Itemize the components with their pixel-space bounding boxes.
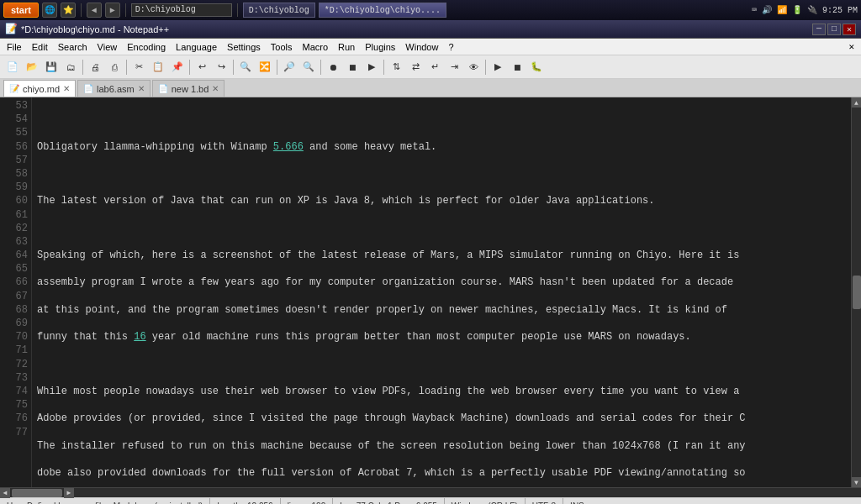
status-mode: INS (563, 498, 591, 504)
tb-sep-2 (126, 60, 127, 75)
save-all-button[interactable]: 🗂 (61, 58, 80, 76)
status-file-type: User Defined language file - Markdown (p… (0, 498, 210, 504)
view-all-button[interactable]: 👁 (464, 58, 483, 76)
macro-rec-button[interactable]: ⏺ (324, 58, 342, 76)
zoom-in-button[interactable]: 🔎 (280, 58, 298, 76)
tb-sep-1 (82, 60, 83, 75)
tabbar: 📝 chiyo.md ✕ 📄 lab6.asm ✕ 📄 new 1.bd ✕ (0, 79, 861, 97)
address-bar: D:\chiyoblog (131, 3, 232, 17)
sync-h-button[interactable]: ⇄ (406, 58, 425, 76)
tb-sep-8 (485, 60, 486, 75)
menu-language[interactable]: Language (171, 39, 222, 55)
status-encoding: UTF-8 (526, 498, 563, 504)
tab-lab6-close[interactable]: ✕ (138, 84, 145, 93)
save-button[interactable]: 💾 (42, 58, 61, 76)
scroll-up-arrow[interactable]: ▲ (852, 97, 862, 108)
menu-help[interactable]: ? (443, 39, 458, 55)
vertical-scrollbar[interactable]: ▲ ▼ (851, 97, 861, 487)
menu-edit[interactable]: Edit (27, 39, 53, 55)
restore-button[interactable]: □ (827, 24, 841, 35)
line-60: at this point, and the program sometimes… (37, 303, 846, 317)
tab-new1-close[interactable]: ✕ (212, 84, 219, 93)
taskbar-tab-explorer[interactable]: D:\chiyoblog (243, 3, 315, 18)
status-lines: lines : 122 (281, 498, 334, 504)
line-numbers: 53 54 55 56 57 58 59 60 61 62 63 64 65 6… (0, 97, 32, 487)
find-replace-button[interactable]: 🔀 (256, 58, 274, 76)
menu-encoding[interactable]: Encoding (122, 39, 171, 55)
redo-button[interactable]: ↪ (212, 58, 230, 76)
forward-icon[interactable]: ▶ (105, 3, 120, 18)
print-button[interactable]: 🖨 (86, 58, 104, 76)
find-button[interactable]: 🔍 (236, 58, 255, 76)
tb-sep-4 (233, 60, 234, 75)
menu-run[interactable]: Run (333, 39, 360, 55)
link-16[interactable]: 16 (134, 331, 145, 343)
editor-content[interactable]: Obligatory llamma-whipping with Winamp 5… (32, 97, 851, 487)
macro-play-button[interactable]: ▶ (362, 58, 381, 76)
menu-view[interactable]: View (92, 39, 123, 55)
minimize-button[interactable]: ─ (812, 24, 826, 35)
tab-chiyo-close[interactable]: ✕ (63, 84, 70, 93)
link-5666[interactable]: 5.666 (273, 141, 304, 153)
line-54: Obligatory llamma-whipping with Winamp 5… (37, 140, 846, 154)
tab-lab6[interactable]: 📄 lab6.asm ✕ (77, 80, 151, 97)
stop-run-button[interactable]: ⏹ (508, 58, 526, 76)
line-66: dobe also provided downloads for the ful… (37, 466, 846, 480)
toolbar: 📄 📂 💾 🗂 🖨 ⎙ ✂ 📋 📌 ↩ ↪ 🔍 🔀 🔎 🔍 ⏺ ⏹ ▶ ⇅ ⇄ … (0, 55, 861, 79)
open-button[interactable]: 📂 (23, 58, 41, 76)
menu-search[interactable]: Search (53, 39, 92, 55)
new-button[interactable]: 📄 (3, 58, 22, 76)
word-wrap-button[interactable]: ↵ (425, 58, 444, 76)
tab-new1-label: new 1.bd (172, 84, 209, 94)
menu-settings[interactable]: Settings (222, 39, 266, 55)
line-55 (37, 167, 846, 181)
tab-lab6-icon: 📄 (83, 84, 93, 93)
sys-tray-icons: ⌨ 🔊 📶 🔋 🔌 (752, 5, 817, 15)
menu-macro[interactable]: Macro (297, 39, 333, 55)
horizontal-scrollbar[interactable]: ◀ ▶ (0, 487, 861, 497)
taskbar-right: ⌨ 🔊 📶 🔋 🔌 9:25 PM (752, 5, 858, 15)
line-59: assembly program I wrote a few years ago… (37, 276, 846, 289)
indent-button[interactable]: ⇥ (445, 58, 463, 76)
tab-chiyo[interactable]: 📝 chiyo.md ✕ (3, 80, 76, 97)
paste-button[interactable]: 📌 (168, 58, 187, 76)
undo-button[interactable]: ↩ (193, 58, 211, 76)
zoom-out-button[interactable]: 🔍 (299, 58, 318, 76)
close-button[interactable]: ✕ (843, 24, 856, 35)
taskbar-icon-1: 🌐 (42, 3, 57, 18)
titlebar: 📝 *D:\chiyoblog\chiyo.md - Notepad++ ─ □… (0, 20, 861, 39)
editor-container: 53 54 55 56 57 58 59 60 61 62 63 64 65 6… (0, 97, 861, 487)
copy-button[interactable]: 📋 (149, 58, 167, 76)
status-length: length : 12,256 (210, 498, 280, 504)
scroll-down-arrow[interactable]: ▼ (852, 477, 862, 487)
tab-new1[interactable]: 📄 new 1.bd ✕ (152, 80, 225, 97)
line-61: funny that this 16 year old machine runs… (37, 330, 846, 344)
scroll-right-arrow[interactable]: ▶ (64, 488, 74, 498)
macro-stop-button[interactable]: ⏹ (343, 58, 362, 76)
debug-button[interactable]: 🐛 (527, 58, 546, 76)
back-icon[interactable]: ◀ (87, 3, 102, 18)
run-button[interactable]: ▶ (489, 58, 507, 76)
tab-chiyo-icon: 📝 (9, 84, 19, 93)
start-button[interactable]: start (3, 3, 39, 18)
scroll-thumb-h[interactable] (12, 489, 62, 497)
scroll-left-arrow[interactable]: ◀ (0, 488, 10, 498)
tb-sep-6 (320, 60, 321, 75)
line-58: Speaking of which, here is a screenshot … (37, 249, 846, 262)
tab-chiyo-label: chiyo.md (23, 84, 60, 94)
scroll-thumb-v[interactable] (853, 276, 861, 309)
menu-file[interactable]: File (2, 39, 27, 55)
app-icon: 📝 (5, 23, 18, 35)
menu-close-x[interactable]: ✕ (843, 39, 859, 54)
tab-new1-icon: 📄 (158, 84, 168, 93)
menubar: File Edit Search View Encoding Language … (0, 39, 861, 55)
title-text: *D:\chiyoblog\chiyo.md - Notepad++ (21, 24, 811, 34)
print-now-button[interactable]: ⎙ (105, 58, 124, 76)
taskbar-tab-notepad[interactable]: *D:\chiyoblog\chiyo.... (319, 3, 446, 18)
menu-plugins[interactable]: Plugins (360, 39, 400, 55)
line-56: The latest version of Java that can run … (37, 194, 846, 207)
sync-v-button[interactable]: ⇅ (387, 58, 405, 76)
menu-tools[interactable]: Tools (266, 39, 298, 55)
menu-window[interactable]: Window (400, 39, 443, 55)
cut-button[interactable]: ✂ (129, 58, 148, 76)
